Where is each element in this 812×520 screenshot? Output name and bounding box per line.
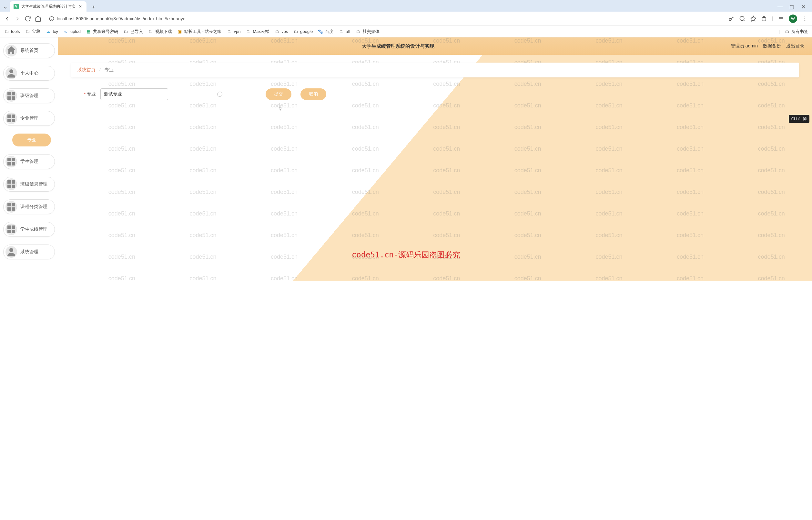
svg-point-14 <box>805 18 806 19</box>
profile-avatar[interactable]: W <box>789 15 797 23</box>
svg-marker-8 <box>751 16 756 21</box>
bookmark-item[interactable]: 🗀Max云梯 <box>246 29 269 34</box>
bookmark-item[interactable]: 🗀google <box>293 29 313 34</box>
reading-list-icon[interactable] <box>778 16 784 22</box>
close-icon[interactable]: ✕ <box>78 4 83 9</box>
breadcrumb-home[interactable]: 系统首页 <box>77 67 96 72</box>
sidebar-item-home[interactable]: 系统首页 <box>3 43 55 58</box>
cancel-button[interactable]: 取消 <box>301 88 326 100</box>
svg-rect-36 <box>12 207 16 211</box>
bookmark-item[interactable]: 🗀vps <box>274 29 288 34</box>
user-label[interactable]: 管理员 admin <box>731 43 758 49</box>
svg-rect-29 <box>7 180 11 184</box>
bookmark-item[interactable]: ∞uplod <box>63 29 81 34</box>
bookmark-item[interactable]: ▣站长工具 - 站长之家 <box>177 29 222 34</box>
sidebar-item-system[interactable]: 系统管理 <box>3 244 55 259</box>
form-label-major: * 专业 <box>84 91 96 97</box>
app-header: 大学生成绩管理系统的设计与实现 管理员 admin 数据备份 退出登录 <box>58 37 812 55</box>
breadcrumb: 系统首页 / 专业 <box>71 62 799 77</box>
major-input[interactable] <box>100 88 168 100</box>
sidebar-item-label: 学生管理 <box>20 159 39 164</box>
svg-point-6 <box>740 16 744 20</box>
submit-button[interactable]: 提交 <box>265 88 291 100</box>
folder-icon: 🗀 <box>123 29 128 34</box>
svg-point-3 <box>729 18 731 21</box>
svg-rect-28 <box>12 162 16 166</box>
svg-line-7 <box>743 20 745 21</box>
svg-rect-26 <box>12 158 16 161</box>
bookmark-item[interactable]: 🗀社交媒体 <box>356 29 380 34</box>
minimize-icon[interactable]: — <box>777 4 783 10</box>
baidu-icon: 🐾 <box>318 29 323 34</box>
browser-tab[interactable]: V 大学生成绩管理系统的设计与实 ✕ <box>10 1 86 11</box>
close-window-icon[interactable]: ✕ <box>801 4 806 10</box>
bookmark-item[interactable]: 🗀vpn <box>227 29 240 34</box>
folder-icon: 🗀 <box>227 29 232 34</box>
folder-icon: 🗀 <box>148 29 153 34</box>
key-icon[interactable] <box>728 16 735 22</box>
home-icon[interactable] <box>35 16 41 22</box>
link-icon: ∞ <box>63 29 69 34</box>
svg-rect-33 <box>7 203 11 206</box>
page-title: 大学生成绩管理系统的设计与实现 <box>66 43 731 49</box>
bookmark-item[interactable]: 🐾百度 <box>318 29 333 34</box>
svg-rect-18 <box>12 92 16 96</box>
bookmark-item[interactable]: ☁txy <box>46 29 58 34</box>
sidebar-item-profile[interactable]: 个人中心 <box>3 66 55 81</box>
maximize-icon[interactable]: ▢ <box>789 4 794 10</box>
tab-title: 大学生成绩管理系统的设计与实 <box>21 4 76 9</box>
sidebar-item-label: 专业管理 <box>20 115 39 121</box>
sheet-icon: ▦ <box>86 29 91 34</box>
svg-point-41 <box>9 248 13 252</box>
user-icon <box>5 68 17 79</box>
cloud-icon: ☁ <box>46 29 51 34</box>
svg-line-4 <box>731 17 733 19</box>
bookmark-item[interactable]: 🗀视频下载 <box>148 29 172 34</box>
svg-rect-22 <box>12 114 16 118</box>
bookmark-item[interactable]: ▦共享账号密码 <box>86 29 118 34</box>
sidebar-item-label: 系统管理 <box>20 249 39 255</box>
backup-link[interactable]: 数据备份 <box>763 43 781 49</box>
bookmark-item[interactable]: 🗀tools <box>4 29 20 34</box>
extensions-icon[interactable] <box>761 16 767 22</box>
browser-tab-strip: V 大学生成绩管理系统的设计与实 ✕ + — ▢ ✕ <box>0 0 812 11</box>
ime-indicator[interactable]: CH ☾ 简 <box>789 115 809 123</box>
window-controls: — ▢ ✕ <box>777 4 809 11</box>
bookmarks-bar: 🗀tools 🗀宝藏 ☁txy ∞uplod ▦共享账号密码 🗀已导入 🗀视频下… <box>0 26 812 37</box>
new-tab-button[interactable]: + <box>89 3 98 11</box>
forward-icon[interactable] <box>14 16 21 22</box>
folder-icon: 🗀 <box>784 29 789 34</box>
status-circle-icon <box>217 92 222 97</box>
back-icon[interactable] <box>4 16 10 22</box>
sidebar-item-classinfo[interactable]: 班级信息管理 <box>3 177 55 191</box>
svg-rect-19 <box>7 97 11 100</box>
folder-icon: 🗀 <box>4 29 9 34</box>
grid-icon <box>5 178 17 190</box>
svg-rect-37 <box>7 226 11 229</box>
sidebar-item-label: 课程分类管理 <box>20 204 47 210</box>
bookmark-item[interactable]: 🗀已导入 <box>123 29 143 34</box>
sidebar-item-coursecategory[interactable]: 课程分类管理 <box>3 199 55 214</box>
chevron-down-icon[interactable] <box>3 5 8 10</box>
bookmark-item[interactable]: 🗀宝藏 <box>25 29 40 34</box>
all-bookmarks[interactable]: 🗀所有书签 <box>784 29 808 34</box>
info-icon <box>49 16 54 21</box>
bookmark-item[interactable]: 🗀aff <box>338 29 350 34</box>
sidebar-item-grades[interactable]: 学生成绩管理 <box>3 222 55 237</box>
reload-icon[interactable] <box>25 16 31 22</box>
star-icon[interactable] <box>750 16 757 22</box>
sidebar-item-class[interactable]: 班级管理 <box>3 88 55 103</box>
zoom-icon[interactable] <box>739 16 745 22</box>
home-icon <box>5 45 17 56</box>
sidebar-submenu-major[interactable]: 专业 <box>12 134 51 147</box>
sidebar-item-major[interactable]: 专业管理 <box>3 111 55 126</box>
menu-icon[interactable] <box>802 16 808 22</box>
url-bar[interactable]: localhost:8080/springboot0q8e9/admin/dis… <box>45 14 724 24</box>
sidebar-item-label: 学生成绩管理 <box>20 227 47 232</box>
sidebar: 系统首页 个人中心 班级管理 专业管理 专业 学生管理 班级信息管理 课程分类管… <box>0 37 58 520</box>
sidebar-item-student[interactable]: 学生管理 <box>3 154 55 169</box>
logout-link[interactable]: 退出登录 <box>786 43 804 49</box>
grid-icon <box>5 90 17 102</box>
sidebar-item-label: 系统首页 <box>20 48 39 54</box>
svg-rect-24 <box>12 119 16 123</box>
